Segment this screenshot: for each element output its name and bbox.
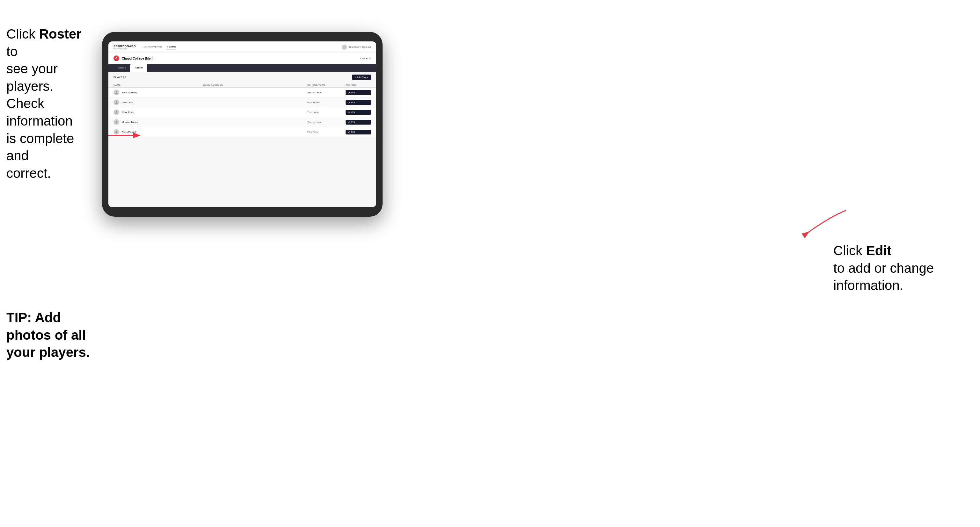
col-actions: ACTIONS [345, 84, 371, 86]
team-logo: C [113, 56, 119, 61]
player-name: David Ford [122, 101, 134, 104]
players-title: PLAYERS [113, 76, 127, 79]
player-avatar [113, 99, 119, 105]
nav-right: Test User | Sign out [342, 44, 371, 50]
team-logo-name: C Clippd College (Men) [113, 56, 153, 61]
logo-subtitle: Powered by clippd [113, 48, 136, 50]
main-content: PLAYERS + Add Player NAME EMAIL ADDRESS … [108, 72, 376, 207]
player-avatar [113, 109, 119, 115]
edit-bold: Edit [866, 243, 891, 258]
nav-bar: SCOREBOARD Powered by clippd TOURNAMENTS… [108, 41, 376, 53]
col-email: EMAIL ADDRESS [203, 84, 307, 86]
edit-button[interactable]: Edit [345, 90, 371, 95]
tablet-screen: SCOREBOARD Powered by clippd TOURNAMENTS… [108, 41, 376, 207]
players-header: PLAYERS + Add Player [108, 72, 376, 83]
col-name: NAME [113, 84, 203, 86]
nav-logo: SCOREBOARD Powered by clippd [113, 44, 136, 50]
table-row: Elliot Ebert Third Year Edit [108, 107, 376, 117]
table-header: NAME EMAIL ADDRESS SCHOOL YEAR ACTIONS [108, 83, 376, 87]
cancel-button[interactable]: Cancel ✕ [360, 57, 371, 60]
player-table: Blair McHarg Second Year Edit David Ford… [108, 87, 376, 137]
instruction-text: Click Roster to see your players. Check … [6, 27, 82, 181]
svg-point-0 [116, 91, 117, 92]
player-name-cell: Marcus Turner [113, 119, 203, 125]
player-name: Elliot Ebert [122, 111, 134, 114]
tab-details[interactable]: Details [113, 64, 130, 72]
left-instructions: Click Roster to see your players. Check … [6, 25, 95, 182]
tablet-device: SCOREBOARD Powered by clippd TOURNAMENTS… [102, 32, 383, 217]
player-name-cell: Elliot Ebert [113, 109, 203, 115]
player-avatar [113, 89, 119, 95]
table-row: Piers Parnell First Year Edit [108, 127, 376, 137]
roster-bold: Roster [39, 27, 82, 41]
player-name: Blair McHarg [122, 91, 137, 94]
team-header: C Clippd College (Men) Cancel ✕ [108, 53, 376, 64]
table-row: Blair McHarg Second Year Edit [108, 87, 376, 97]
player-name: Marcus Turner [122, 121, 138, 124]
nav-tournaments[interactable]: TOURNAMENTS [142, 44, 162, 49]
player-school-year: Second Year [307, 121, 345, 124]
edit-button[interactable]: Edit [345, 130, 371, 135]
player-school-year: Second Year [307, 91, 345, 94]
logo-title: SCOREBOARD [113, 44, 136, 48]
svg-point-1 [116, 101, 117, 102]
player-school-year: Fourth Year [307, 101, 345, 104]
edit-button[interactable]: Edit [345, 100, 371, 105]
user-label: Test User | Sign out [349, 46, 371, 48]
player-name-cell: David Ford [113, 99, 203, 105]
edit-button[interactable]: Edit [345, 110, 371, 115]
roster-arrow [105, 126, 143, 145]
player-name-cell: Blair McHarg [113, 89, 203, 95]
add-player-button[interactable]: + Add Player [352, 75, 371, 80]
tab-roster[interactable]: Roster [130, 64, 147, 72]
tip-text: TIP: Add photos of all your players. [6, 309, 105, 361]
edit-arrow [798, 207, 849, 239]
table-row: Marcus Turner Second Year Edit [108, 117, 376, 127]
nav-teams[interactable]: TEAMS [167, 44, 176, 49]
player-school-year: Third Year [307, 111, 345, 114]
add-player-label: + Add Player [355, 76, 368, 78]
team-name: Clippd College (Men) [122, 57, 153, 60]
svg-point-3 [116, 121, 117, 122]
right-instructions: Click Edit to add or changeinformation. [834, 242, 970, 294]
player-avatar [113, 119, 119, 125]
player-school-year: First Year [307, 131, 345, 133]
edit-button[interactable]: Edit [345, 120, 371, 125]
edit-description: to add or changeinformation. [834, 260, 934, 293]
svg-point-2 [116, 111, 117, 112]
nav-links: TOURNAMENTS TEAMS [142, 44, 342, 49]
col-school-year: SCHOOL YEAR [307, 84, 345, 86]
user-avatar [342, 44, 347, 50]
tab-bar: Details Roster [108, 64, 376, 72]
table-row: David Ford Fourth Year Edit [108, 97, 376, 107]
